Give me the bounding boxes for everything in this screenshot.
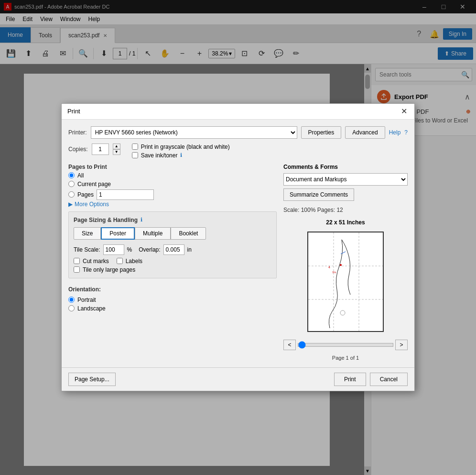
pages-radio-group: All Current page Pages [68,172,277,200]
more-options-row[interactable]: ▶ More Options [68,201,277,208]
current-page-radio[interactable] [68,181,75,187]
preview-navigation: < > [283,340,408,350]
page-sizing-title: Page Sizing & Handling [74,217,138,223]
print-main-content: Pages to Print All Current page [68,164,408,361]
svg-text:4: 4 [328,265,330,269]
printer-select[interactable]: HP ENVY 5660 series (Network) [91,126,297,139]
preview-svg: 4 3¼ [308,232,384,332]
grayscale-checkbox[interactable] [132,144,138,150]
size-tab[interactable]: Size [74,227,101,240]
cut-marks-row: Cut marks Labels [74,258,271,265]
properties-button[interactable]: Properties [301,126,342,139]
tile-scale-input[interactable] [103,244,124,255]
page-sizing-info-icon: ℹ [141,217,142,223]
cut-marks-checkbox-row: Cut marks [74,258,109,265]
svg-point-13 [340,310,345,315]
tile-scale-row: Tile Scale: % Overlap: in [74,244,271,255]
print-dialog-title: Print [67,108,80,115]
tile-large-label: Tile only large pages [83,266,135,273]
more-options-label: More Options [75,201,109,208]
current-page-row: Current page [68,181,277,188]
advanced-button[interactable]: Advanced [345,126,385,139]
grayscale-row: Print in grayscale (black and white) [132,144,230,150]
tile-large-row: Tile only large pages [74,266,271,273]
all-pages-row: All [68,172,277,179]
landscape-radio[interactable] [68,305,75,311]
save-ink-label: Save ink/toner [141,152,178,159]
scale-info: Scale: 100% Pages: 12 [283,207,408,213]
print-dialog: Print ✕ Printer: HP ENVY 5660 series (Ne… [61,103,415,391]
page-sizing-header: Page Sizing & Handling ℹ [74,217,271,223]
print-right-column: Comments & Forms Document and MarkupsDoc… [283,164,408,361]
dialog-overlay: Print ✕ Printer: HP ENVY 5660 series (Ne… [0,0,476,475]
preview-slider[interactable] [298,343,393,347]
save-ink-checkbox[interactable] [132,152,138,158]
svg-point-12 [340,264,342,266]
overlap-unit: in [187,246,192,253]
tile-scale-label: Tile Scale: [74,246,100,253]
cut-marks-label: Cut marks [83,258,109,265]
all-pages-label: All [77,172,84,179]
copies-row: Copies: ▲ ▼ [68,144,120,155]
comments-forms-section: Comments & Forms Document and MarkupsDoc… [283,164,408,201]
help-link[interactable]: Help [389,129,401,136]
page-setup-button[interactable]: Page Setup... [68,373,116,386]
copies-up-button[interactable]: ▲ [113,144,120,149]
pages-range-input[interactable] [97,189,154,200]
cancel-button[interactable]: Cancel [370,373,408,386]
current-page-label: Current page [77,181,111,188]
copies-spinner: ▲ ▼ [113,144,120,155]
copies-options-row: Copies: ▲ ▼ Print in grayscale (black an… [68,144,408,159]
print-action-button[interactable]: Print [334,373,366,386]
cut-marks-checkbox[interactable] [74,258,80,264]
labels-checkbox[interactable] [117,258,123,264]
svg-text:3¼: 3¼ [332,271,336,274]
tile-scale-unit: % [127,246,132,253]
portrait-label: Portrait [77,297,96,303]
custom-pages-radio[interactable] [68,191,75,198]
footer-action-buttons: Print Cancel [334,373,408,386]
preview-dimensions-title: 22 x 51 Inches [283,219,408,226]
preview-prev-button[interactable]: < [283,340,296,350]
printer-label: Printer: [68,129,87,136]
preview-page-label: Page 1 of 1 [283,355,408,361]
more-options-chevron-icon: ▶ [68,201,73,208]
pages-to-print-title: Pages to Print [68,164,277,170]
help-question-icon: ? [404,129,408,136]
all-pages-radio[interactable] [68,172,75,178]
pages-label: Pages [77,191,94,198]
copies-input[interactable] [92,144,109,155]
overlap-input[interactable] [163,244,184,255]
summarize-comments-button[interactable]: Summarize Comments [283,188,354,201]
portrait-row: Portrait [68,297,277,303]
print-dialog-close-button[interactable]: ✕ [399,107,409,116]
pages-to-print-section: Pages to Print All Current page [68,164,277,208]
save-ink-info-icon: ℹ [180,152,182,158]
booklet-tab[interactable]: Booklet [171,227,206,240]
grayscale-label: Print in grayscale (black and white) [141,144,230,150]
portrait-radio[interactable] [68,297,75,303]
labels-checkbox-row: Labels [117,258,142,265]
orientation-section: Orientation: Portrait Landscape [68,286,277,312]
copies-label: Copies: [68,146,88,153]
print-dialog-titlebar: Print ✕ [62,104,414,120]
copies-down-button[interactable]: ▼ [113,149,120,155]
comments-forms-select[interactable]: Document and MarkupsDocumentForm fields … [283,173,408,186]
print-preview-box: 4 3¼ [307,232,384,332]
landscape-label: Landscape [77,305,106,312]
save-ink-row: Save ink/toner ℹ [132,152,230,159]
page-sizing-section: Page Sizing & Handling ℹ Size Poster Mul… [68,211,277,278]
landscape-row: Landscape [68,305,277,312]
printer-row: Printer: HP ENVY 5660 series (Network) P… [68,126,408,139]
print-left-column: Pages to Print All Current page [68,164,277,361]
print-options-checkboxes: Print in grayscale (black and white) Sav… [132,144,230,159]
sizing-tabs: Size Poster Multiple Booklet [74,227,271,240]
orientation-title: Orientation: [68,286,277,293]
preview-next-button[interactable]: > [395,340,408,350]
tile-large-checkbox[interactable] [74,266,80,273]
custom-pages-row: Pages [68,189,277,200]
poster-tab[interactable]: Poster [101,227,135,240]
multiple-tab[interactable]: Multiple [135,227,171,240]
labels-label: Labels [126,258,142,265]
overlap-label: Overlap: [139,246,160,253]
